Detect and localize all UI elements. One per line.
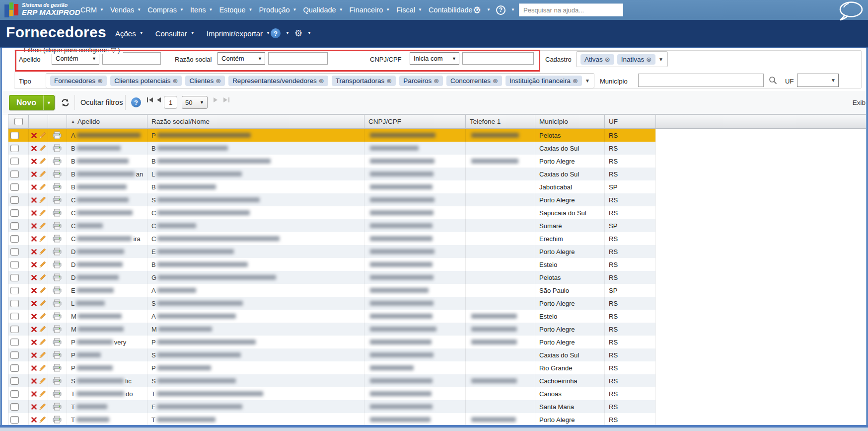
row-checkbox[interactable]	[10, 261, 19, 268]
row-checkbox[interactable]	[10, 377, 19, 385]
printer-icon[interactable]	[53, 196, 62, 204]
row-checkbox[interactable]	[10, 416, 19, 424]
delete-icon[interactable]	[31, 340, 37, 345]
page-gear-icon[interactable]: ⚙	[294, 29, 302, 38]
table-row[interactable]: CCSumaréSP	[8, 219, 655, 232]
row-checkbox[interactable]	[10, 364, 19, 372]
column-header-apelido[interactable]: ▲Apelido	[67, 115, 147, 128]
printer-icon[interactable]	[53, 377, 62, 385]
delete-icon[interactable]	[31, 275, 37, 280]
topnav-menu-produ-o[interactable]: Produção▼	[259, 6, 297, 14]
table-row[interactable]: MAEsteioRS	[8, 310, 655, 323]
row-checkbox[interactable]	[10, 339, 19, 346]
delete-icon[interactable]	[31, 365, 37, 371]
table-row[interactable]: BBJaboticabalSP	[8, 180, 655, 193]
delete-icon[interactable]	[31, 262, 37, 267]
delete-icon[interactable]	[31, 352, 37, 358]
edit-pencil-icon[interactable]	[39, 313, 46, 320]
tipo-tag-clientes-potenciais[interactable]: Clientes potenciais⊗	[110, 76, 182, 86]
column-header-uf[interactable]: UF	[605, 115, 656, 128]
delete-icon[interactable]	[31, 133, 37, 138]
edit-pencil-icon[interactable]	[39, 377, 46, 385]
cnpj-filter-input[interactable]	[462, 52, 534, 65]
printer-icon[interactable]	[53, 260, 62, 268]
table-row[interactable]: LSPorto AlegreRS	[8, 297, 655, 310]
row-checkbox[interactable]	[10, 132, 19, 139]
printer-icon[interactable]	[53, 390, 62, 398]
tipo-tag-fornecedores[interactable]: Fornecedores⊗	[50, 76, 107, 86]
printer-icon[interactable]	[53, 222, 62, 230]
column-header-raz-o-social-nome[interactable]: Razão social/Nome	[147, 115, 364, 128]
edit-pencil-icon[interactable]	[39, 364, 46, 372]
edit-pencil-icon[interactable]	[39, 326, 46, 333]
printer-icon[interactable]	[53, 209, 62, 217]
delete-icon[interactable]	[31, 249, 37, 255]
page-menu-imprimir-exportar[interactable]: Imprimir/exportar▼	[207, 29, 270, 38]
printer-icon[interactable]	[53, 286, 62, 294]
help-icon[interactable]: ?	[496, 5, 506, 15]
cnpj-operator-select[interactable]: Inicia com ▼	[410, 52, 459, 65]
toolbar-help-icon[interactable]: ?	[131, 97, 141, 107]
table-row[interactable]: TFSanta MariaRS	[8, 400, 655, 413]
search-icon[interactable]	[768, 76, 778, 87]
delete-icon[interactable]	[31, 378, 37, 384]
edit-pencil-icon[interactable]	[39, 261, 46, 268]
topnav-menu-fiscal[interactable]: Fiscal▼	[396, 6, 422, 14]
remove-tag-icon[interactable]: ⊗	[434, 78, 439, 84]
printer-icon[interactable]	[53, 235, 62, 243]
table-row[interactable]: TTPorto AlegreRS	[8, 413, 655, 426]
topnav-menu-vendas[interactable]: Vendas▼	[110, 6, 141, 14]
edit-pencil-icon[interactable]	[39, 416, 46, 424]
remove-tag-icon[interactable]: ⊗	[97, 78, 103, 84]
column-header-cnpj-cpf[interactable]: CNPJ/CPF	[364, 115, 466, 128]
delete-icon[interactable]	[31, 172, 37, 177]
printer-icon[interactable]	[53, 351, 62, 359]
edit-pencil-icon[interactable]	[39, 235, 46, 243]
column-header-blank[interactable]	[48, 115, 67, 128]
remove-tag-icon[interactable]: ⊗	[319, 78, 324, 84]
printer-icon[interactable]	[53, 312, 62, 320]
table-row[interactable]: BanLCaxias do SulRS	[8, 168, 655, 180]
remove-tag-icon[interactable]: ⊗	[493, 78, 498, 84]
pagination-next-button[interactable]	[214, 97, 217, 102]
cadastro-tag-ativas[interactable]: Ativas⊗	[580, 54, 614, 65]
tipo-tag-concorrentes[interactable]: Concorrentes⊗	[446, 76, 502, 86]
edit-pencil-icon[interactable]	[39, 287, 46, 294]
remove-tag-icon[interactable]: ⊗	[605, 56, 610, 63]
column-header-telefone-1[interactable]: Telefone 1	[466, 115, 535, 128]
uf-select[interactable]: ▼	[797, 74, 839, 87]
printer-icon[interactable]	[53, 416, 62, 424]
printer-icon[interactable]	[53, 144, 62, 152]
table-row[interactable]: BBPorto AlegreRS	[8, 155, 655, 168]
printer-icon[interactable]	[53, 299, 62, 307]
column-header-blank[interactable]	[8, 115, 29, 128]
row-checkbox[interactable]	[10, 235, 19, 243]
cadastro-dropdown-caret[interactable]: ▼	[658, 57, 663, 62]
edit-pencil-icon[interactable]	[39, 390, 46, 398]
edit-pencil-icon[interactable]	[39, 183, 46, 191]
settings-gear-icon[interactable]: ⚙	[473, 5, 481, 15]
edit-pencil-icon[interactable]	[39, 222, 46, 230]
delete-icon[interactable]	[31, 417, 37, 423]
delete-icon[interactable]	[31, 301, 37, 306]
edit-pencil-icon[interactable]	[39, 403, 46, 411]
hide-filters-button[interactable]: Ocultar filtros	[80, 98, 123, 106]
tipo-tag-clientes[interactable]: Clientes⊗	[185, 76, 225, 86]
table-row[interactable]: CCSapucaia do SulRS	[8, 206, 655, 219]
topnav-menu-itens[interactable]: Itens▼	[190, 6, 213, 14]
table-row[interactable]: APPelotasRS	[8, 129, 655, 142]
apelido-operator-select[interactable]: Contém ▼	[52, 52, 99, 65]
tipo-tag-transportadoras[interactable]: Transportadoras⊗	[332, 76, 396, 86]
remove-tag-icon[interactable]: ⊗	[173, 78, 178, 84]
delete-icon[interactable]	[31, 288, 37, 293]
table-row[interactable]: PveryPPorto AlegreRS	[8, 336, 655, 348]
row-checkbox[interactable]	[10, 222, 19, 230]
table-row[interactable]: DGPelotasRS	[8, 271, 655, 284]
row-checkbox[interactable]	[10, 326, 19, 333]
edit-pencil-icon[interactable]	[39, 300, 46, 307]
printer-icon[interactable]	[53, 183, 62, 191]
new-button-caret[interactable]: ▼	[43, 95, 54, 110]
column-header-munic-pio[interactable]: Município	[535, 115, 605, 128]
row-checkbox[interactable]	[10, 145, 19, 152]
row-checkbox[interactable]	[10, 196, 19, 204]
